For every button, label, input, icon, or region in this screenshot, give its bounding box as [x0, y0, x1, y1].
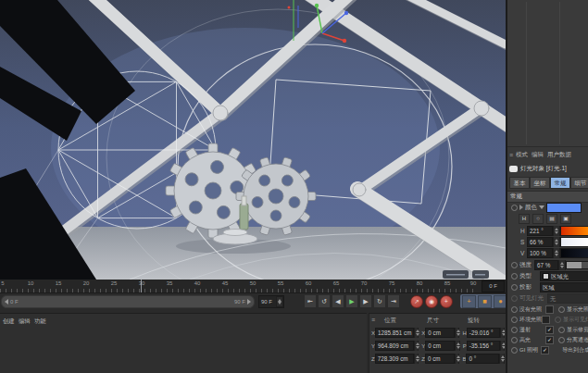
size-z-field[interactable]: 0 cm	[425, 354, 455, 364]
keyframe-dot-icon[interactable]	[511, 347, 518, 354]
goto-end-button[interactable]: ⇥	[387, 294, 400, 308]
playhead[interactable]	[141, 280, 142, 292]
intensity-slider[interactable]	[566, 261, 588, 269]
spinner[interactable]	[414, 354, 419, 364]
key-scale-button[interactable]: ■	[478, 295, 492, 308]
gi-illumination-checkbox[interactable]: ✓	[541, 346, 549, 354]
separate-pass-label[interactable]: 分离通道	[567, 336, 588, 344]
saturation-field[interactable]: 66 %	[527, 237, 553, 247]
rotation-p-field[interactable]: -35.156 °	[467, 341, 500, 351]
tick-label: 80	[417, 280, 423, 286]
intensity-field[interactable]: 67 %	[534, 260, 558, 270]
size-x-field[interactable]: 0 cm	[425, 328, 455, 338]
hsv-mode-icon[interactable]: H	[519, 214, 530, 224]
end-frame-field[interactable]: 90 F	[258, 295, 284, 308]
prev-key-button[interactable]: ↺	[318, 294, 331, 308]
next-frame-button[interactable]: ▶	[359, 294, 372, 308]
tab-basic[interactable]: 基本	[509, 177, 530, 189]
color-wheel-icon[interactable]: ○	[532, 214, 544, 224]
coordinates-row-y: Y 964.809 cm Y 0 cm P -35.156 °	[371, 341, 505, 351]
tab-details[interactable]: 细节	[570, 177, 588, 189]
current-frame-field[interactable]: 0 F	[482, 280, 505, 292]
no-illumination-checkbox[interactable]	[545, 305, 554, 314]
keyframe-dot-icon[interactable]	[511, 262, 518, 268]
keyframe-dot-icon[interactable]	[511, 327, 518, 333]
saturation-gradient-bar[interactable]	[560, 237, 588, 247]
upper-right-panel[interactable]	[507, 0, 588, 147]
spinner[interactable]	[414, 341, 419, 351]
tab-coordinates[interactable]: 坐标	[530, 177, 550, 189]
record-active-objects-button[interactable]: ↗	[410, 295, 423, 308]
keyframe-selection-button[interactable]: +	[440, 295, 453, 308]
menu-mode[interactable]: 模式	[516, 151, 528, 159]
menu-icon[interactable]: ≡	[509, 152, 513, 158]
keyframe-dot-icon[interactable]	[558, 337, 565, 343]
key-position-button[interactable]: +	[462, 295, 476, 308]
materials-menu-edit[interactable]: 编辑	[19, 317, 31, 326]
type-dropdown[interactable]: 区域光	[540, 271, 588, 281]
keyframe-dot-icon[interactable]	[558, 327, 565, 333]
next-key-button[interactable]: ↻	[373, 294, 386, 308]
spinner[interactable]	[455, 354, 460, 364]
play-button[interactable]: ▶	[345, 294, 358, 308]
show-clipping-label[interactable]: 显示修剪	[567, 326, 588, 334]
spinner[interactable]	[455, 341, 459, 351]
position-y-field[interactable]: 964.809 cm	[375, 341, 414, 351]
show-illumination-label[interactable]: 显示光照	[567, 305, 588, 314]
goto-start-button[interactable]: ⇤	[304, 294, 317, 308]
materials-menu-create[interactable]: 创建	[3, 317, 15, 326]
specular-checkbox[interactable]: ✓	[545, 336, 554, 344]
keyframe-dot-icon[interactable]	[558, 306, 565, 313]
hue-gradient-bar[interactable]	[560, 226, 588, 236]
rotation-b-field[interactable]: 0 °	[466, 354, 499, 364]
spinner[interactable]	[500, 328, 505, 338]
range-right-handle-icon[interactable]	[247, 299, 251, 305]
key-rotation-button[interactable]: ●	[494, 295, 506, 308]
keyframe-dot-icon[interactable]	[511, 205, 518, 211]
menu-userdata[interactable]: 用户数据	[547, 151, 571, 159]
keyframe-dot-icon[interactable]	[511, 284, 518, 291]
spinner[interactable]	[500, 341, 505, 351]
keyframe-dot-icon[interactable]	[511, 273, 518, 280]
tab-general[interactable]: 常规	[550, 177, 570, 189]
viewport-3d[interactable]	[0, 0, 506, 280]
spinner[interactable]	[553, 226, 560, 236]
range-left-handle-icon[interactable]	[5, 299, 8, 305]
export-compositing-label[interactable]: 导出到合成	[562, 346, 588, 354]
dropdown-arrow-icon[interactable]	[539, 205, 544, 209]
spinner[interactable]	[455, 328, 459, 338]
coordinates-menu-icon[interactable]: ≡	[371, 317, 375, 323]
shadow-dropdown[interactable]: 区域	[540, 282, 588, 292]
preview-range-slider[interactable]: 0 F 90 F	[1, 295, 255, 308]
timeline-ruler[interactable]: 5 10 15 20 25 30 35 40 45 50 55 60 65 70…	[0, 280, 506, 293]
value-gradient-bar[interactable]	[560, 248, 588, 258]
keyframe-dot-icon	[511, 295, 518, 302]
end-frame-spinner[interactable]	[276, 296, 283, 307]
keyframe-dot-icon[interactable]	[511, 337, 518, 343]
spinner[interactable]	[553, 248, 560, 258]
spinner[interactable]	[414, 328, 419, 338]
spinner[interactable]	[558, 260, 566, 270]
picker-icon[interactable]: ▣	[560, 214, 571, 224]
size-y-field[interactable]: 0 cm	[425, 341, 455, 351]
rotation-h-field[interactable]: -29.016 °	[467, 328, 500, 338]
prev-frame-button[interactable]: ◀	[332, 294, 344, 308]
materials-panel[interactable]: 创建 编辑 功能	[0, 313, 367, 373]
position-x-field[interactable]: 1285.851 cm	[375, 328, 414, 338]
spinner[interactable]	[553, 237, 560, 247]
spectrum-icon[interactable]: ▤	[546, 214, 557, 224]
spinner[interactable]	[499, 354, 505, 364]
autokey-button[interactable]: ◉	[425, 295, 438, 308]
value-field[interactable]: 100 %	[527, 248, 553, 258]
diffuse-checkbox[interactable]: ✓	[545, 326, 554, 334]
menu-edit[interactable]: 编辑	[532, 151, 544, 159]
keyframe-dot-icon[interactable]	[511, 306, 518, 313]
coordinates-row-z: Z 728.309 cm Z 0 cm B 0 °	[371, 354, 505, 364]
keyframe-dot-icon[interactable]	[511, 317, 518, 323]
materials-menu-function[interactable]: 功能	[34, 317, 46, 326]
position-z-field[interactable]: 728.309 cm	[375, 354, 414, 364]
expand-arrow-icon[interactable]	[519, 205, 523, 210]
ambient-illumination-checkbox[interactable]	[542, 316, 550, 324]
hue-field[interactable]: 221 °	[527, 226, 553, 236]
color-swatch[interactable]	[546, 203, 582, 213]
